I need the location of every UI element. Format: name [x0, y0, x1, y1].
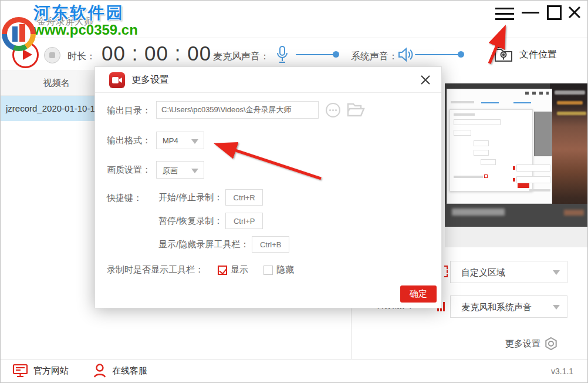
mic-volume-label: 麦克风声音：: [213, 51, 269, 63]
microphone-icon: [275, 45, 289, 66]
record-stop-button[interactable]: [44, 47, 60, 63]
quality-dropdown[interactable]: 原画: [156, 161, 204, 179]
preview-panel-strip: [445, 227, 588, 247]
record-area-value: 自定义区域: [461, 267, 505, 278]
hotkey-row: 开始/停止录制： Ctrl+R: [158, 189, 263, 206]
output-format-value: MP4: [163, 136, 178, 145]
official-site-label: 官方网站: [33, 365, 69, 377]
quality-value: 原画: [163, 166, 178, 176]
more-settings-label: 更多设置: [505, 338, 540, 350]
monitor-icon: [12, 363, 28, 378]
show-toolbar-checkbox[interactable]: [218, 266, 227, 275]
menu-icon[interactable]: [495, 8, 514, 20]
show-option-label: 显示: [231, 264, 248, 276]
record-area-dropdown[interactable]: 自定义区域: [450, 261, 567, 283]
video-list-item-name: jzrecord_2020-01-10-1: [6, 103, 95, 113]
duration-label: 时长：: [67, 51, 96, 63]
dialog-title: 更多设置: [131, 74, 169, 86]
hotkey-pause-resume-label: 暂停/恢复录制：: [158, 216, 222, 227]
hotkey-toolbar-toggle-label: 显示/隐藏录屏工具栏：: [158, 239, 249, 250]
toolbar-visibility-row: 录制时是否显示工具栏： 显示 隐藏: [107, 264, 309, 276]
mic-volume-slider[interactable]: [296, 54, 336, 55]
preview-thumbnail: [445, 83, 588, 227]
app-camera-icon: [109, 72, 125, 88]
chevron-down-icon: [553, 270, 560, 275]
hotkey-pause-resume-keybox[interactable]: Ctrl+P: [225, 213, 263, 229]
chevron-down-icon: [553, 305, 560, 310]
hotkey-row: 显示/隐藏录屏工具栏： Ctrl+B: [158, 236, 289, 253]
mic-volume-knob[interactable]: [333, 51, 339, 58]
speaker-icon: [397, 46, 414, 65]
person-icon: [93, 363, 107, 378]
more-settings-button[interactable]: 更多设置: [505, 337, 558, 351]
minimize-button[interactable]: [522, 12, 539, 14]
dialog-header: 更多设置: [95, 67, 441, 93]
watermark-site-name: 河东软件园: [33, 2, 124, 24]
play-icon: [23, 49, 32, 60]
quality-label: 画质设置：: [107, 164, 151, 176]
watermark-logo-icon: [2, 17, 36, 51]
online-support-label: 在线客服: [112, 365, 147, 377]
audio-input-dropdown[interactable]: 麦克风和系统声音: [450, 295, 567, 318]
hotkey-start-stop-label: 开始/停止录制：: [158, 192, 222, 203]
output-format-label: 输出格式：: [107, 135, 151, 146]
footer-divider: [1, 359, 588, 360]
system-volume-label: 系统声音：: [351, 51, 398, 63]
close-button[interactable]: [567, 5, 582, 20]
stop-icon: [49, 52, 55, 58]
hotkey-start-stop-keybox[interactable]: Ctrl+R: [225, 189, 263, 206]
app-window: 金舟录屏大师 河东软件园 www.pc0359.cn 时长： 00 : 00 :…: [0, 0, 588, 383]
hotkey-toolbar-toggle-keybox[interactable]: Ctrl+B: [252, 236, 289, 253]
more-settings-dialog: 更多设置 输出目录： 输出格式： MP4 画质设置： 原画 快捷键： 开始/: [94, 66, 442, 308]
hide-option-label: 隐藏: [276, 264, 294, 276]
toolbar-visibility-label: 录制时是否显示工具栏：: [107, 264, 204, 276]
version-label: v3.1.1: [551, 367, 573, 376]
system-volume-knob[interactable]: [458, 51, 464, 58]
ellipsis-browse-icon[interactable]: [325, 102, 341, 120]
output-dir-input[interactable]: [156, 101, 319, 119]
maximize-button[interactable]: [547, 5, 562, 20]
hide-toolbar-checkbox[interactable]: [263, 266, 273, 275]
file-location-label: 文件位置: [519, 49, 557, 61]
online-support-link[interactable]: 在线客服: [93, 363, 147, 378]
file-location-button[interactable]: 文件位置: [494, 42, 582, 68]
hotkey-section-label: 快捷键：: [107, 193, 142, 204]
audio-input-value: 麦克风和系统声音: [461, 302, 532, 313]
gear-icon: [544, 337, 558, 351]
dialog-close-icon[interactable]: [419, 73, 432, 86]
output-format-dropdown[interactable]: MP4: [156, 132, 204, 149]
folder-location-icon: [494, 45, 515, 65]
hotkey-row: 暂停/恢复录制： Ctrl+P: [158, 213, 263, 229]
watermark-site-url: www.pc0359.cn: [33, 22, 138, 38]
folder-open-icon[interactable]: [346, 102, 365, 120]
system-volume-slider[interactable]: [415, 54, 461, 55]
chevron-down-icon: [191, 139, 198, 144]
official-site-link[interactable]: 官方网站: [12, 363, 69, 378]
output-dir-label: 输出目录：: [107, 105, 151, 116]
chevron-down-icon: [191, 169, 198, 173]
ok-button[interactable]: 确定: [400, 285, 437, 303]
duration-timer: 00 : 00 : 00: [102, 42, 211, 65]
